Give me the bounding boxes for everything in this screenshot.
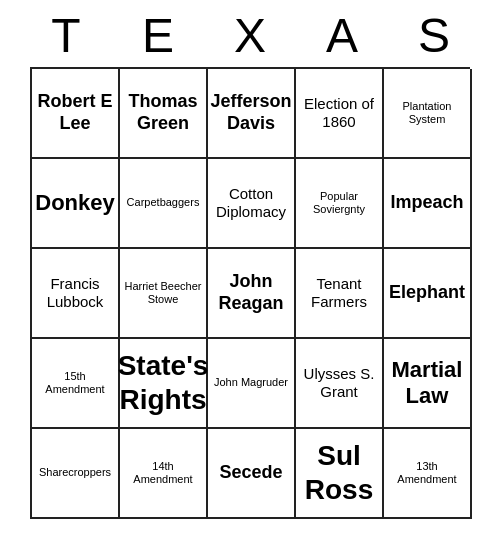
cell-text: Election of 1860 [300, 95, 378, 131]
bingo-grid: Robert E LeeThomas GreenJefferson DavisE… [30, 67, 470, 519]
bingo-cell: Ulysses S. Grant [296, 339, 384, 429]
cell-text: Martial Law [388, 357, 466, 410]
bingo-cell: Sharecroppers [32, 429, 120, 519]
bingo-cell: Impeach [384, 159, 472, 249]
bingo-cell: John Magruder [208, 339, 296, 429]
bingo-cell: 13th Amendment [384, 429, 472, 519]
cell-text: Secede [219, 462, 282, 484]
bingo-cell: Cotton Diplomacy [208, 159, 296, 249]
cell-text: State's Rights [118, 349, 209, 416]
cell-text: Tenant Farmers [300, 275, 378, 311]
cell-text: Elephant [389, 282, 465, 304]
bingo-cell: 14th Amendment [120, 429, 208, 519]
cell-text: Sul Ross [300, 439, 378, 506]
header-letter: S [390, 8, 478, 63]
bingo-cell: Donkey [32, 159, 120, 249]
cell-text: Popular Soviergnty [300, 190, 378, 216]
bingo-cell: Tenant Farmers [296, 249, 384, 339]
cell-text: Plantation System [388, 100, 466, 126]
cell-text: Donkey [35, 190, 114, 216]
bingo-header: TEXAS [20, 0, 480, 67]
cell-text: Thomas Green [124, 91, 202, 134]
cell-text: Robert E Lee [36, 91, 114, 134]
header-letter: T [22, 8, 110, 63]
cell-text: John Reagan [212, 271, 290, 314]
cell-text: Harriet Beecher Stowe [124, 280, 202, 306]
bingo-cell: 15th Amendment [32, 339, 120, 429]
header-letter: A [298, 8, 386, 63]
bingo-cell: State's Rights [120, 339, 208, 429]
bingo-cell: Election of 1860 [296, 69, 384, 159]
cell-text: 13th Amendment [388, 460, 466, 486]
cell-text: Sharecroppers [39, 466, 111, 479]
cell-text: John Magruder [214, 376, 288, 389]
bingo-cell: Harriet Beecher Stowe [120, 249, 208, 339]
cell-text: Ulysses S. Grant [300, 365, 378, 401]
cell-text: Jefferson Davis [210, 91, 291, 134]
header-letter: X [206, 8, 294, 63]
cell-text: 14th Amendment [124, 460, 202, 486]
bingo-cell: Carpetbaggers [120, 159, 208, 249]
bingo-cell: Robert E Lee [32, 69, 120, 159]
bingo-cell: Secede [208, 429, 296, 519]
bingo-cell: Thomas Green [120, 69, 208, 159]
bingo-cell: Francis Lubbock [32, 249, 120, 339]
cell-text: 15th Amendment [36, 370, 114, 396]
cell-text: Impeach [390, 192, 463, 214]
bingo-cell: Jefferson Davis [208, 69, 296, 159]
cell-text: Francis Lubbock [36, 275, 114, 311]
cell-text: Cotton Diplomacy [212, 185, 290, 221]
cell-text: Carpetbaggers [127, 196, 200, 209]
bingo-cell: Popular Soviergnty [296, 159, 384, 249]
bingo-cell: Sul Ross [296, 429, 384, 519]
header-letter: E [114, 8, 202, 63]
bingo-cell: John Reagan [208, 249, 296, 339]
bingo-cell: Martial Law [384, 339, 472, 429]
bingo-cell: Elephant [384, 249, 472, 339]
bingo-cell: Plantation System [384, 69, 472, 159]
